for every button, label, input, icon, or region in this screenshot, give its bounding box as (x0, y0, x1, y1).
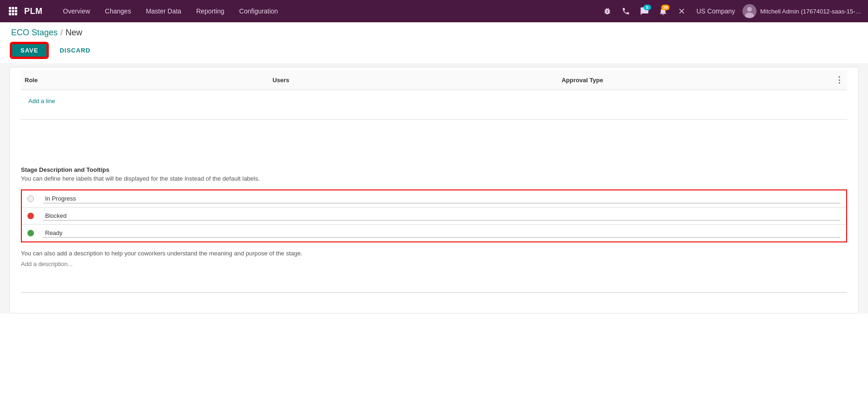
content-area: Role Users Approval Type ⋮ Add a line (0, 63, 868, 313)
col-header-approval: Approval Type (558, 70, 806, 90)
svg-rect-5 (15, 10, 17, 13)
stage-section-title: Stage Description and Tooltips (21, 166, 847, 173)
status-dot-green (27, 230, 34, 236)
messages-icon[interactable]: 5 (637, 4, 652, 19)
nav-configuration[interactable]: Configuration (232, 0, 285, 22)
description-input[interactable] (21, 261, 847, 288)
company-name: US Company (697, 7, 735, 15)
navbar-menu: Overview Changes Master Data Reporting C… (56, 0, 600, 22)
approval-table: Role Users Approval Type ⋮ Add a line (21, 70, 847, 112)
form-card: Role Users Approval Type ⋮ Add a line (9, 67, 859, 313)
avatar[interactable] (743, 4, 756, 18)
nav-overview[interactable]: Overview (56, 0, 98, 22)
status-row-ready (22, 225, 846, 241)
page-wrap: ECO Stages / New SAVE DISCARD Role Users… (0, 22, 868, 417)
breadcrumb: ECO Stages / New (0, 22, 868, 39)
grid-menu-icon[interactable] (6, 4, 20, 19)
description-help-text: You can also add a description to help y… (21, 250, 847, 257)
alerts-icon[interactable]: 39 (656, 4, 671, 19)
col-header-users: Users (269, 70, 558, 90)
stage-description-section: Stage Description and Tooltips You can d… (21, 166, 847, 293)
svg-rect-8 (15, 13, 17, 15)
stage-section-subtitle: You can define here labels that will be … (21, 175, 847, 182)
nav-master-data[interactable]: Master Data (138, 0, 189, 22)
svg-point-10 (747, 7, 752, 12)
svg-rect-1 (12, 7, 14, 9)
svg-rect-2 (15, 7, 17, 9)
close-icon[interactable] (674, 4, 689, 19)
breadcrumb-current: New (66, 28, 82, 38)
breadcrumb-section[interactable]: ECO Stages (11, 28, 58, 38)
navbar-right: 5 39 US Company Mitchell Admin (17674012… (600, 4, 862, 19)
svg-rect-6 (9, 13, 11, 15)
discard-button[interactable]: DISCARD (53, 44, 97, 57)
status-row-in-progress (22, 190, 846, 208)
description-divider (21, 292, 847, 293)
table-add-row: Add a line (21, 90, 847, 112)
tooltips-box (21, 189, 847, 242)
table-options-icon[interactable]: ⋮ (835, 75, 843, 85)
save-button[interactable]: SAVE (11, 43, 47, 58)
bug-icon[interactable] (600, 4, 615, 19)
status-dot-gray (27, 195, 34, 202)
add-line-button[interactable]: Add a line (25, 94, 59, 108)
in-progress-input[interactable] (43, 194, 841, 203)
status-dot-red (27, 213, 34, 219)
svg-rect-4 (12, 10, 14, 13)
alerts-badge: 39 (661, 5, 670, 10)
nav-changes[interactable]: Changes (98, 0, 138, 22)
ready-input[interactable] (43, 228, 841, 238)
blocked-input[interactable] (43, 211, 841, 221)
toolbar: SAVE DISCARD (0, 39, 868, 63)
nav-reporting[interactable]: Reporting (189, 0, 232, 22)
empty-space (21, 120, 847, 166)
company-selector[interactable]: US Company (693, 7, 739, 15)
svg-rect-0 (9, 7, 11, 9)
breadcrumb-separator: / (60, 28, 63, 38)
app-logo: PLM (24, 7, 43, 16)
svg-rect-7 (12, 13, 14, 15)
svg-rect-3 (9, 10, 11, 13)
navbar: PLM Overview Changes Master Data Reporti… (0, 0, 868, 22)
phone-icon[interactable] (618, 4, 633, 19)
col-header-menu: ⋮ (806, 70, 847, 90)
user-name: Mitchell Admin (17674012-saas-15-2-a (760, 8, 862, 15)
col-header-role: Role (21, 70, 269, 90)
status-row-blocked (22, 208, 846, 225)
messages-badge: 5 (644, 5, 651, 10)
